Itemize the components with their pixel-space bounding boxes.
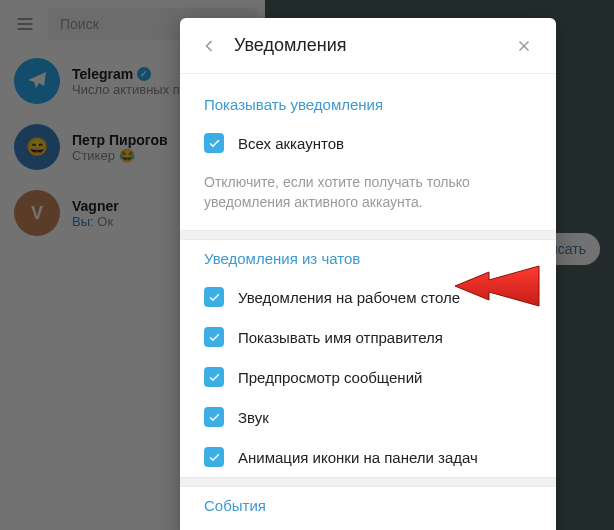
setting-label: Анимация иконки на панели задач — [238, 449, 478, 466]
checkbox-icon — [204, 327, 224, 347]
section-title-chats: Уведомления из чатов — [180, 240, 556, 277]
checkbox-icon — [204, 133, 224, 153]
checkbox-icon — [204, 407, 224, 427]
setting-label: Показывать имя отправителя — [238, 329, 443, 346]
checkbox-icon — [204, 367, 224, 387]
back-button[interactable] — [194, 31, 224, 61]
modal-title: Уведомления — [234, 35, 510, 56]
setting-taskbar-animation[interactable]: Анимация иконки на панели задач — [180, 437, 556, 477]
setting-label: Уведомления на рабочем столе — [238, 289, 460, 306]
setting-sound[interactable]: Звук — [180, 397, 556, 437]
settings-modal: Уведомления Показывать уведомления Всех … — [180, 18, 556, 530]
modal-header: Уведомления — [180, 18, 556, 74]
setting-all-accounts[interactable]: Всех аккаунтов — [180, 123, 556, 163]
divider — [180, 230, 556, 240]
setting-desktop-notifications[interactable]: Уведомления на рабочем столе — [180, 277, 556, 317]
setting-label: Предпросмотр сообщений — [238, 369, 422, 386]
modal-body: Показывать уведомления Всех аккаунтов От… — [180, 74, 556, 530]
setting-label: Звук — [238, 409, 269, 426]
checkbox-icon — [204, 287, 224, 307]
hint-text: Отключите, если хотите получать только у… — [180, 163, 556, 230]
section-title-events: События — [180, 487, 556, 524]
setting-show-sender-name[interactable]: Показывать имя отправителя — [180, 317, 556, 357]
close-button[interactable] — [510, 32, 538, 60]
section-title-show: Показывать уведомления — [180, 86, 556, 123]
divider — [180, 477, 556, 487]
checkbox-icon — [204, 447, 224, 467]
setting-message-preview[interactable]: Предпросмотр сообщений — [180, 357, 556, 397]
setting-label: Всех аккаунтов — [238, 135, 344, 152]
